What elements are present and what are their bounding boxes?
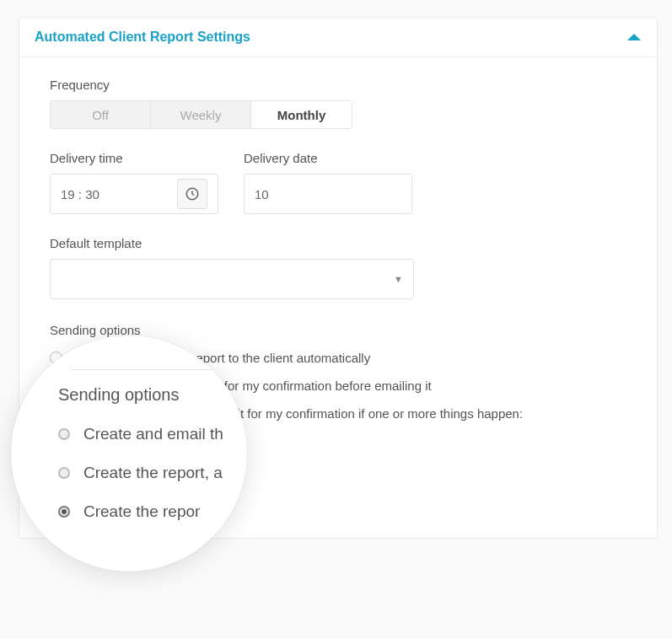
positive-security-check[interactable]: Positive Security Check bbox=[72, 434, 626, 449]
panel-title: Automated Client Report Settings bbox=[35, 30, 250, 45]
delivery-date-field[interactable]: 10 bbox=[244, 174, 412, 214]
collapse-up-icon[interactable] bbox=[626, 32, 642, 42]
delivery-time-label: Delivery time bbox=[50, 151, 218, 165]
frequency-off[interactable]: Off bbox=[51, 101, 151, 128]
delivery-time-field[interactable]: 19 : 30 bbox=[50, 174, 218, 214]
report-settings-panel: Automated Client Report Settings Frequen… bbox=[19, 17, 658, 539]
chevron-down-icon: ▼ bbox=[394, 274, 403, 284]
sending-option-wait-label: Create the report, and wait for my confi… bbox=[71, 379, 432, 393]
frequency-weekly[interactable]: Weekly bbox=[151, 101, 251, 128]
frequency-label: Frequency bbox=[50, 78, 626, 92]
sending-options-group: Create and email the report to the clien… bbox=[50, 351, 626, 449]
sending-option-auto[interactable]: Create and email the report to the clien… bbox=[50, 351, 626, 365]
sending-option-conditional-label: Create the report, but only wait for my … bbox=[71, 406, 523, 421]
checkbox-checked-icon bbox=[72, 434, 87, 449]
delivery-time-value: 19 : 30 bbox=[61, 187, 99, 201]
frequency-monthly[interactable]: Monthly bbox=[251, 101, 352, 128]
sending-options-heading: Sending options bbox=[50, 323, 626, 337]
panel-header[interactable]: Automated Client Report Settings bbox=[19, 18, 657, 57]
delivery-date-value: 10 bbox=[255, 187, 269, 201]
default-template-select[interactable]: ▼ bbox=[50, 259, 414, 299]
default-template-label: Default template bbox=[50, 236, 626, 250]
radio-icon bbox=[50, 352, 62, 364]
sending-option-wait[interactable]: Create the report, and wait for my confi… bbox=[50, 379, 626, 393]
clock-icon[interactable] bbox=[177, 179, 207, 209]
positive-security-check-label: Positive Security Check bbox=[95, 435, 228, 449]
delivery-date-label: Delivery date bbox=[244, 151, 412, 165]
frequency-toggle: Off Weekly Monthly bbox=[50, 100, 352, 129]
sending-option-auto-label: Create and email the report to the clien… bbox=[71, 351, 370, 365]
radio-icon bbox=[50, 379, 62, 392]
radio-icon bbox=[58, 467, 70, 479]
sending-option-conditional[interactable]: Create the report, but only wait for my … bbox=[50, 406, 626, 421]
panel-body: Frequency Off Weekly Monthly Delivery ti… bbox=[19, 57, 657, 538]
radio-checked-icon bbox=[50, 407, 62, 420]
save-button[interactable]: Save Changes bbox=[50, 478, 163, 513]
